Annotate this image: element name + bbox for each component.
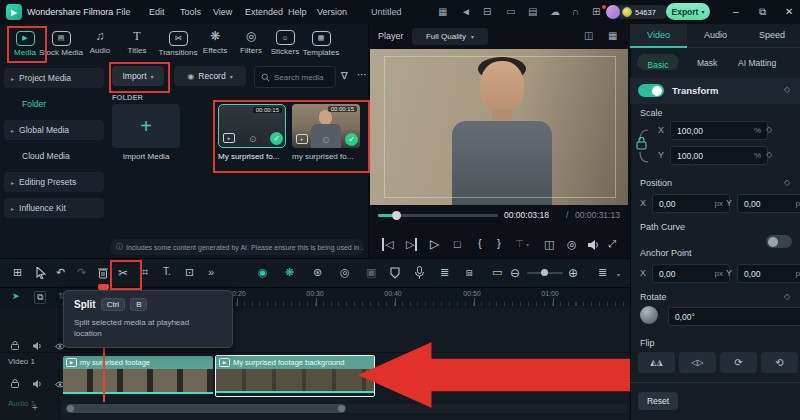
mirror-display-button[interactable]: ◫ [544,238,554,251]
search-input[interactable]: Search media [254,66,336,88]
import-button[interactable]: Import ▾ [112,66,164,86]
menu-version[interactable]: Version [317,7,347,17]
membership-card-icon[interactable]: ▭ [506,6,515,17]
workspace-icon[interactable]: ⊟ [483,6,491,17]
mask-shield-icon[interactable] [390,267,400,279]
save-icon[interactable]: ▤ [528,6,537,17]
link-clips-icon[interactable]: ⧉ [34,291,46,304]
sidebar-item-influence-kit[interactable]: ▸ Influence Kit [4,198,104,218]
app-logo-icon[interactable]: ▶ [6,4,22,20]
scrollbar-left-handle[interactable] [67,405,74,412]
snap-button[interactable]: ⊤ [515,238,524,249]
transform-bounding-box[interactable] [384,56,616,198]
snapshot-button[interactable]: ◎ [567,238,577,251]
media-item-name-2[interactable]: my surprised fo... [292,152,360,161]
mark-out-button[interactable]: } [497,237,501,249]
rotate-ccw-button[interactable]: ⟲ [761,352,798,373]
promote-icon[interactable]: ◄ [461,6,471,17]
voiceover-icon[interactable]: ⊛ [313,266,322,279]
menu-help[interactable]: Help [288,7,307,17]
zoom-slider-handle[interactable] [541,269,548,276]
zoom-in-icon[interactable]: ⊕ [568,266,578,280]
rotate-cw-button[interactable]: ⟳ [720,352,757,373]
support-icon[interactable]: ∩ [572,6,579,17]
playhead-handle[interactable] [98,284,109,290]
previous-frame-button[interactable]: ◁ [382,238,393,251]
path-curve-toggle[interactable] [766,235,792,248]
flip-horizontal-button[interactable]: ◭◮ [638,352,675,373]
scale-link-lock-icon[interactable] [636,126,652,166]
timeline-scrollbar-thumb[interactable] [66,404,346,413]
subtab-ai-matting[interactable]: AI Matting [738,58,798,68]
filter-icon[interactable]: ∇ [341,70,348,81]
next-frame-button[interactable]: ▷ [406,238,417,251]
redo-icon[interactable]: ↷ [77,266,86,279]
sidebar-item-global-media[interactable]: ▸ Global Media [4,120,104,140]
scale-y-keyframe-icon[interactable]: ◇ [766,150,772,159]
menu-view[interactable]: View [213,7,232,17]
transform-toggle[interactable] [638,84,664,97]
coin-balance-badge[interactable]: 54637 [613,5,669,19]
media-item-name-1[interactable]: My surprised fo... [218,152,286,161]
marker-tool-icon[interactable]: ▭ [492,266,502,279]
auto-caption-icon[interactable]: ≣ [440,266,449,279]
export-button[interactable]: Export ▾ [666,3,710,20]
tab-audio-props[interactable]: Audio [687,24,744,48]
track-height-chevron-icon[interactable]: ▾ [617,271,620,278]
subtab-mask[interactable]: Mask [697,58,717,68]
position-keyframe-icon[interactable]: ◇ [784,178,790,187]
tab-video[interactable]: Video [630,24,687,48]
select-tool-icon[interactable] [36,267,46,279]
rotate-input[interactable]: 0,00° [668,307,800,326]
fullscreen-button[interactable]: ⤢ [608,238,616,250]
minimize-button[interactable]: – [733,6,739,17]
media-thumbnail-1[interactable]: 00:00:15 ▸ ⊙ ✓ [218,104,286,148]
transform-keyframe-icon[interactable]: ◇ [784,85,790,94]
tab-speed[interactable]: Speed [744,24,800,48]
preview-background-icon[interactable]: ▦ [608,30,617,41]
split-view-icon[interactable]: ◫ [584,30,593,41]
keyframe-tool-icon[interactable]: ❋ [285,266,294,279]
menu-extended[interactable]: Extended [245,7,283,17]
add-track-button[interactable]: + [32,402,38,413]
rotate-dial[interactable] [640,306,658,324]
text-tool-icon[interactable]: T. [163,266,171,277]
stop-button[interactable]: □ [454,238,461,250]
lock-icon[interactable] [6,336,24,354]
record-button[interactable]: ◉ Record ▾ [174,66,246,86]
undo-icon[interactable]: ↶ [56,266,65,279]
seek-handle[interactable] [392,211,401,220]
play-button[interactable]: ▷ [430,237,439,251]
lock-icon[interactable] [6,374,24,392]
playback-quality-dropdown[interactable]: Full Quality ▾ [412,28,488,45]
anchor-y-input[interactable]: 0,00 px [737,264,800,283]
sidebar-item-editing-presets[interactable]: ▸ Editing Presets [4,172,104,192]
restore-button[interactable]: ⧉ [759,6,766,18]
flip-vertical-button[interactable]: ◁▷ [679,352,716,373]
gift-icon[interactable]: ▦ [438,6,447,17]
position-x-input[interactable]: 0,00 px [652,194,730,213]
record-voice-icon[interactable] [415,266,424,279]
zoom-out-icon[interactable]: ⊖ [510,266,520,280]
disabled-tool-icon[interactable]: ▣ [366,266,376,279]
snapshot-tool-icon[interactable]: ◎ [340,266,350,279]
reset-button[interactable]: Reset [638,392,678,410]
crop-tool-icon[interactable]: ⌗ [142,266,148,279]
scrollbar-right-handle[interactable] [338,405,345,412]
render-preview-icon[interactable]: ◉ [258,266,268,279]
import-media-tile[interactable]: + [112,104,180,148]
close-button[interactable]: ✕ [785,6,793,17]
split-tool-icon[interactable]: ✂ [118,266,128,280]
sidebar-item-project-media[interactable]: ▸ Project Media [4,68,104,88]
apps-grid-icon[interactable]: ⊞ [592,6,600,17]
media-thumbnail-2[interactable]: 00:00:15 ▸ ⊙ ✓ [292,104,360,148]
timeline-clip-1[interactable]: ▶ my surprised footage [63,356,213,396]
scale-x-input[interactable]: 100,00 % [670,121,768,140]
mute-icon[interactable] [28,336,46,354]
more-options-icon[interactable]: ⋯ [357,69,367,80]
more-tools-icon[interactable]: » [208,266,214,278]
media-tools-icon[interactable]: ⊞ [13,266,22,279]
menu-file[interactable]: File [116,7,131,17]
scale-x-keyframe-icon[interactable]: ◇ [766,125,772,134]
sidebar-item-cloud-media[interactable]: Cloud Media [4,146,104,166]
